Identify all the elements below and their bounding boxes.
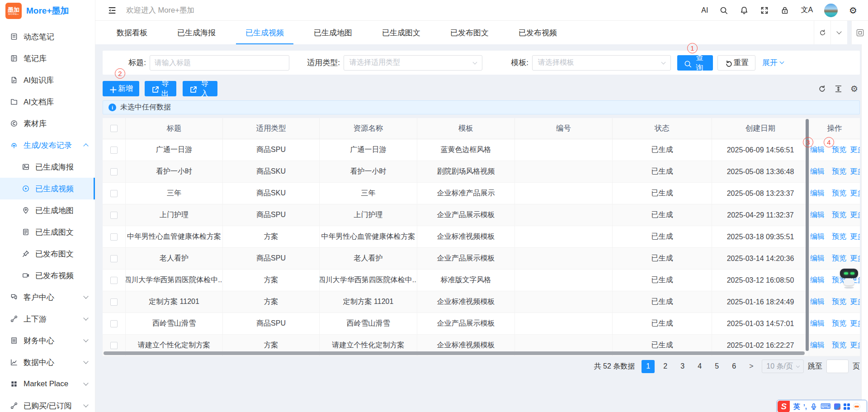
sidebar-item[interactable]: 已生成视频 <box>0 178 95 199</box>
logo[interactable]: 墨加 MORE+ More+墨加 <box>0 0 95 22</box>
fullscreen-icon[interactable] <box>760 6 769 15</box>
more-link[interactable]: 更多 <box>850 297 860 307</box>
search-icon[interactable] <box>719 6 728 15</box>
preview-link[interactable]: 预览 <box>832 254 846 263</box>
sidebar-item[interactable]: 笔记库 <box>0 47 95 69</box>
sidebar-item[interactable]: 已发布图文 <box>0 243 95 265</box>
page-size-select[interactable]: 10 条/页 <box>762 360 804 373</box>
more-link[interactable]: 更多 <box>850 189 860 198</box>
maximize-frame-icon[interactable] <box>851 21 868 44</box>
row-checkbox[interactable] <box>110 233 118 241</box>
type-filter-select[interactable]: 请选择适用类型 <box>344 55 482 71</box>
more-link[interactable]: 更多 <box>850 145 860 155</box>
sogou-logo[interactable]: S <box>778 401 790 412</box>
tab-options-chevron-icon[interactable] <box>830 21 847 44</box>
page-button[interactable]: 1 <box>642 360 655 373</box>
edit-link[interactable]: 编辑 <box>810 341 825 350</box>
row-checkbox[interactable] <box>110 255 118 262</box>
edit-link[interactable]: 编辑 <box>810 319 825 328</box>
vertical-scrollbar[interactable] <box>806 119 809 351</box>
edit-link[interactable]: 编辑 <box>810 297 825 307</box>
edit-link[interactable]: 编辑 <box>810 210 825 220</box>
page-button[interactable]: 3 <box>676 360 689 373</box>
more-link[interactable]: 更多 <box>850 254 860 263</box>
row-checkbox[interactable] <box>110 168 118 175</box>
sidebar-item[interactable]: Market Place <box>0 373 95 395</box>
edit-link[interactable]: 编辑 <box>810 232 825 242</box>
expand-filters-link[interactable]: 展开 <box>762 57 783 68</box>
preview-link[interactable]: 预览 <box>832 145 846 155</box>
more-link[interactable]: 更多 <box>850 232 860 242</box>
settings-gear-icon[interactable]: ⚙ <box>849 6 857 15</box>
ime-mode-label[interactable]: 英 <box>793 403 800 411</box>
preview-link[interactable]: 预览 <box>832 167 846 176</box>
sidebar-item[interactable]: 上下游 <box>0 308 95 330</box>
ime-skin-icon[interactable] <box>834 403 840 410</box>
sidebar-item[interactable]: 数据中心 <box>0 351 95 373</box>
tab[interactable]: 已发布视频 <box>504 21 572 44</box>
avatar[interactable] <box>824 4 838 17</box>
sidebar-item[interactable]: 客户中心 <box>0 286 95 308</box>
tab[interactable]: 已生成视频 <box>231 21 299 44</box>
notification-bell-icon[interactable] <box>740 6 749 15</box>
sidebar-item[interactable]: 财务中心 <box>0 330 95 351</box>
column-settings-gear-icon[interactable]: ⚙ <box>850 85 858 93</box>
row-checkbox[interactable] <box>110 212 118 219</box>
row-checkbox[interactable] <box>110 277 118 284</box>
lock-icon[interactable] <box>780 6 789 15</box>
preview-link[interactable]: 预览 <box>832 210 846 220</box>
ime-toolbox-grid-icon[interactable] <box>844 403 850 410</box>
edit-link[interactable]: 编辑 <box>810 189 825 198</box>
ai-button[interactable]: AI <box>701 6 708 14</box>
window-scrollbar[interactable] <box>861 44 868 412</box>
page-button[interactable]: 4 <box>693 360 706 373</box>
edit-link[interactable]: 编辑 <box>810 145 825 155</box>
ime-emoji-icon[interactable] <box>853 403 860 410</box>
row-checkbox[interactable] <box>110 147 118 154</box>
preview-link[interactable]: 预览 <box>832 232 846 242</box>
tab[interactable]: 已生成地图 <box>299 21 367 44</box>
more-link[interactable]: 更多 <box>850 319 860 328</box>
export-button[interactable]: 导出 <box>145 81 176 96</box>
reset-button[interactable]: 重置 <box>717 55 755 71</box>
row-checkbox[interactable] <box>110 298 118 306</box>
keyboard-icon[interactable]: ⌨ <box>821 403 831 410</box>
add-button[interactable]: 新增 <box>103 81 139 96</box>
refresh-tab-icon[interactable] <box>814 21 830 44</box>
next-page-button[interactable]: > <box>745 360 758 373</box>
sidebar-item[interactable]: 生成/发布记录 <box>0 134 95 156</box>
preview-link[interactable]: 预览 <box>832 319 846 328</box>
more-link[interactable]: 更多 <box>850 167 860 176</box>
page-button[interactable]: 2 <box>659 360 672 373</box>
preview-link[interactable]: 预览 <box>832 341 846 350</box>
row-checkbox[interactable] <box>110 342 118 349</box>
edit-link[interactable]: 编辑 <box>810 167 825 176</box>
search-button[interactable]: 查询 <box>677 55 713 71</box>
ime-punctuation-icon[interactable]: ’, <box>803 403 807 410</box>
template-filter-select[interactable]: 请选择模板 <box>532 55 671 71</box>
sidebar-item[interactable]: AI知识库 <box>0 69 95 91</box>
tab[interactable]: 已生成图文 <box>367 21 435 44</box>
row-checkbox[interactable] <box>110 320 118 327</box>
assistant-robot[interactable] <box>839 269 859 289</box>
row-checkbox[interactable] <box>110 190 118 197</box>
sidebar-item[interactable]: 已生成海报 <box>0 156 95 178</box>
edit-link[interactable]: 编辑 <box>810 275 825 285</box>
title-filter-input[interactable] <box>150 55 289 71</box>
tab[interactable]: 已生成海报 <box>162 21 231 44</box>
preview-link[interactable]: 预览 <box>832 297 846 307</box>
refresh-table-icon[interactable] <box>818 85 826 93</box>
translate-icon[interactable]: 文A <box>801 5 813 15</box>
preview-link[interactable]: 预览 <box>832 189 846 198</box>
more-link[interactable]: 更多 <box>850 210 860 220</box>
edit-link[interactable]: 编辑 <box>810 254 825 263</box>
sidebar-item[interactable]: 素材库 <box>0 113 95 134</box>
jump-page-input[interactable] <box>826 360 849 373</box>
sidebar-item[interactable]: 已生成图文 <box>0 221 95 243</box>
collapse-menu-icon[interactable] <box>107 5 117 15</box>
more-link[interactable]: 更多 <box>850 341 860 350</box>
sidebar-item[interactable]: AI文档库 <box>0 91 95 113</box>
import-button[interactable]: 导入 <box>183 81 217 96</box>
sidebar-item[interactable]: 已发布视频 <box>0 265 95 286</box>
microphone-icon[interactable] <box>810 403 817 410</box>
